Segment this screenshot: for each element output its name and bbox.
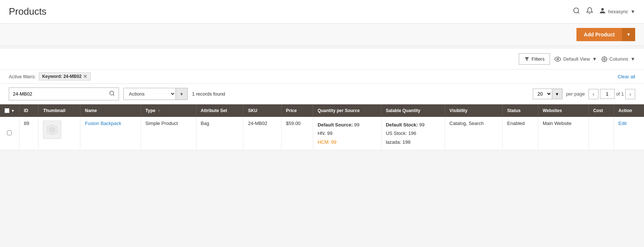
user-dropdown-arrow[interactable]: ▼ — [630, 9, 635, 14]
per-page-label: per page — [566, 91, 585, 97]
per-page-select: 20 30 50 ▼ — [533, 89, 562, 99]
page-of-label: of 1 — [616, 91, 624, 97]
actions-arrow-button[interactable]: ▼ — [176, 88, 187, 100]
default-view-button[interactable]: Default View ▼ — [554, 56, 597, 62]
qty-default-source: Default Source: 99 — [318, 121, 377, 129]
th-websites: Websites — [538, 104, 589, 117]
th-action: Action — [614, 104, 644, 117]
salable-lazada: lazada: 198 — [386, 138, 440, 146]
actions-select[interactable]: Actions Delete Change Status Update Attr… — [124, 88, 176, 100]
th-visibility: Visibility — [445, 104, 503, 117]
th-qty-per-source: Quantity per Source — [313, 104, 381, 117]
records-found: 1 records found — [192, 91, 225, 97]
table-row: 89 Fusion Backpack Simple Product Bag — [0, 117, 644, 150]
filter-tag-close[interactable]: ✕ — [83, 74, 87, 79]
edit-action-link[interactable]: Edit — [618, 121, 626, 126]
search-box — [9, 87, 119, 100]
products-table: ▼ ID Thumbnail Name Type ↑ Attribute Set… — [0, 104, 644, 150]
svg-marker-2 — [525, 57, 529, 61]
th-type[interactable]: Type ↑ — [141, 104, 196, 117]
svg-line-1 — [578, 12, 579, 14]
svg-point-4 — [604, 58, 605, 60]
user-menu[interactable]: hexasync ▼ — [599, 7, 635, 16]
bell-icon[interactable] — [586, 7, 593, 16]
th-attribute-set: Attribute Set — [196, 104, 243, 117]
product-name-link[interactable]: Fusion Backpack — [85, 121, 121, 126]
td-salable-qty: Default Stock: 99 US Stock: 196 lazada: … — [381, 117, 445, 150]
add-product-main[interactable]: Add Product — [576, 28, 622, 41]
td-checkbox — [0, 117, 19, 150]
svg-point-5 — [110, 91, 114, 95]
search-input[interactable] — [9, 89, 105, 99]
add-product-arrow[interactable]: ▼ — [622, 28, 635, 41]
svg-point-3 — [557, 58, 559, 60]
row-checkbox[interactable] — [7, 130, 12, 135]
th-id: ID — [19, 104, 38, 117]
td-type: Simple Product — [141, 117, 196, 150]
toolbar: Add Product ▼ — [0, 24, 644, 46]
user-avatar-icon — [599, 7, 606, 16]
td-visibility: Catalog, Search — [445, 117, 503, 150]
actions-dropdown: Actions Delete Change Status Update Attr… — [123, 88, 188, 100]
td-attribute-set: Bag — [196, 117, 243, 150]
table-container: ▼ ID Thumbnail Name Type ↑ Attribute Set… — [0, 104, 644, 150]
search-actions-row: Actions Delete Change Status Update Attr… — [0, 84, 644, 104]
prev-page-button[interactable]: ‹ — [589, 89, 598, 99]
td-cost — [589, 117, 614, 150]
columns-label: Columns — [609, 56, 628, 62]
active-filters-bar: Active filters: Keyword: 24-MB02 ✕ Clear… — [0, 69, 644, 84]
td-id: 89 — [19, 117, 38, 150]
checkbox-dropdown-arrow[interactable]: ▼ — [11, 109, 15, 113]
qty-hcm: HCM: 99 — [318, 138, 377, 146]
td-qty-per-source: Default Source: 99 HN: 99 HCM: 99 — [313, 117, 381, 150]
svg-point-0 — [574, 8, 579, 13]
th-name: Name — [80, 104, 141, 117]
default-view-arrow: ▼ — [592, 56, 597, 62]
td-status: Enabled — [503, 117, 538, 150]
search-icon[interactable] — [573, 7, 580, 16]
qty-hn: HN: 99 — [318, 129, 377, 137]
td-thumbnail — [39, 117, 80, 150]
pagination-nav: ‹ of 1 › — [589, 89, 635, 99]
table-header-row: ▼ ID Thumbnail Name Type ↑ Attribute Set… — [0, 104, 644, 117]
salable-us-stock: US Stock: 196 — [386, 129, 440, 137]
th-thumbnail: Thumbnail — [39, 104, 80, 117]
filters-button[interactable]: Filters — [519, 53, 550, 65]
type-sort-icon: ↑ — [158, 109, 160, 113]
eye-icon — [554, 56, 561, 62]
td-action: Edit — [614, 117, 644, 150]
filter-tag: Keyword: 24-MB02 ✕ — [39, 72, 91, 80]
select-all-checkbox[interactable] — [4, 108, 10, 113]
th-sku: SKU — [243, 104, 281, 117]
section-divider-1 — [0, 46, 644, 49]
active-filters-label: Active filters: — [9, 74, 36, 79]
td-sku: 24-MB02 — [243, 117, 281, 150]
pagination: 20 30 50 ▼ per page ‹ of 1 › — [533, 89, 635, 99]
salable-default-stock: Default Stock: 99 — [386, 121, 440, 129]
td-price: $59.00 — [281, 117, 313, 150]
columns-arrow: ▼ — [630, 56, 635, 62]
per-page-arrow[interactable]: ▼ — [552, 89, 562, 99]
columns-button[interactable]: Columns ▼ — [601, 56, 635, 62]
filter-tag-text: Keyword: 24-MB02 — [42, 74, 82, 79]
th-checkbox: ▼ — [0, 104, 19, 117]
per-page-dropdown[interactable]: 20 30 50 — [533, 89, 552, 99]
filter-icon — [524, 57, 529, 62]
page-header: Products hexasync ▼ — [0, 0, 644, 24]
current-page-input[interactable] — [600, 89, 615, 99]
gear-icon — [601, 56, 607, 62]
search-submit-icon[interactable] — [105, 88, 119, 100]
add-product-button[interactable]: Add Product ▼ — [576, 28, 635, 41]
page-title: Products — [9, 6, 47, 17]
th-cost: Cost — [589, 104, 614, 117]
th-status: Status — [503, 104, 538, 117]
next-page-button[interactable]: › — [625, 89, 635, 99]
username-label: hexasync — [608, 9, 628, 14]
td-websites: Main Website — [538, 117, 589, 150]
filter-bar: Filters Default View ▼ Columns ▼ — [0, 49, 644, 69]
default-view-label: Default View — [563, 56, 590, 62]
header-actions: hexasync ▼ — [573, 7, 635, 16]
clear-all-button[interactable]: Clear all — [618, 74, 635, 79]
filters-label: Filters — [532, 56, 544, 62]
th-salable-qty: Salable Quantity — [381, 104, 445, 117]
